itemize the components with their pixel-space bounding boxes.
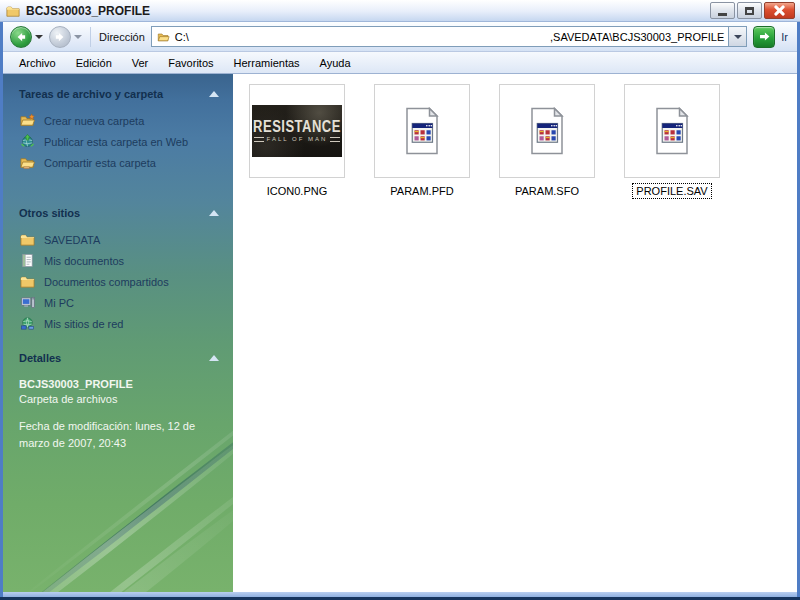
my-computer-icon (19, 295, 36, 310)
sidebar-item-my-documents[interactable]: Mis documentos (3, 250, 233, 271)
task-pane-sidebar: Tareas de archivo y carpeta Crear nueva … (3, 74, 233, 592)
sidebar-item-label: Documentos compartidos (44, 276, 169, 288)
sidebar-item-label: Crear nueva carpeta (44, 115, 144, 127)
close-icon (774, 5, 785, 16)
forward-arrow-icon (54, 31, 66, 43)
file-thumbnail[interactable]: RESISTANCE FALL OF MAN (249, 84, 345, 178)
network-places-icon (19, 316, 36, 331)
window-body: Tareas de archivo y carpeta Crear nueva … (3, 74, 797, 592)
my-documents-icon (19, 253, 36, 268)
details-folder-name: BCJS30003_PROFILE (19, 378, 233, 390)
generic-file-icon (648, 107, 696, 155)
file-thumbnail[interactable] (374, 84, 470, 178)
details-modified-date: Fecha de modificación: lunes, 12 de marz… (19, 418, 205, 452)
menu-bar: Archivo Edición Ver Favoritos Herramient… (3, 52, 797, 74)
menu-edicion[interactable]: Edición (66, 54, 122, 72)
window-folder-icon (5, 4, 21, 18)
new-folder-icon (19, 113, 36, 128)
sidebar-item-my-pc[interactable]: Mi PC (3, 292, 233, 313)
file-item-param-pfd[interactable]: PARAM.PFD (374, 84, 470, 198)
file-name-label[interactable]: PARAM.SFO (512, 184, 582, 198)
panel-header-details[interactable]: Detalles (3, 350, 233, 366)
sidebar-item-label: Compartir esta carpeta (44, 157, 156, 169)
resistance-thumbnail-image: RESISTANCE FALL OF MAN (252, 105, 342, 157)
sidebar-decoration (3, 483, 233, 592)
sidebar-item-network-places[interactable]: Mis sitios de red (3, 313, 233, 334)
panel-title: Tareas de archivo y carpeta (19, 88, 163, 100)
close-button[interactable] (764, 2, 795, 19)
chevron-up-icon[interactable] (209, 210, 219, 216)
file-grid: RESISTANCE FALL OF MAN ICON0.PNG PARAM.P… (249, 84, 797, 198)
panel-title: Otros sitios (19, 207, 80, 219)
go-button-label[interactable]: Ir (781, 31, 788, 43)
panel-items-file-tasks: Crear nueva carpeta Publicar esta carpet… (3, 110, 233, 173)
navigation-toolbar: Dirección C:\ ,SAVEDATA\BCJS30003_PROFIL… (3, 22, 797, 52)
menu-ayuda[interactable]: Ayuda (310, 54, 361, 72)
panel-title: Detalles (19, 352, 61, 364)
file-item-icon0-png[interactable]: RESISTANCE FALL OF MAN ICON0.PNG (249, 84, 345, 198)
panel-items-other-places: SAVEDATA Mis documentos Documentos compa… (3, 229, 233, 334)
sidebar-decoration (3, 447, 233, 592)
folder-icon (19, 232, 36, 247)
toolbar-separator (90, 27, 91, 47)
back-dropdown-icon[interactable] (35, 35, 43, 39)
sidebar-item-label: SAVEDATA (44, 234, 100, 246)
sidebar-item-share-folder[interactable]: Compartir esta carpeta (3, 152, 233, 173)
shared-documents-icon (19, 274, 36, 289)
panel-header-other-places[interactable]: Otros sitios (3, 205, 233, 221)
forward-dropdown-icon[interactable] (74, 35, 82, 39)
details-folder-type: Carpeta de archivos (19, 393, 233, 405)
file-thumbnail[interactable] (624, 84, 720, 178)
file-thumbnail[interactable] (499, 84, 595, 178)
sidebar-item-shared-documents[interactable]: Documentos compartidos (3, 271, 233, 292)
go-button[interactable] (753, 26, 775, 48)
address-path-left: C:\ (175, 31, 189, 43)
file-list-area: RESISTANCE FALL OF MAN ICON0.PNG PARAM.P… (233, 74, 797, 592)
file-name-label[interactable]: PARAM.PFD (387, 184, 456, 198)
back-button[interactable] (10, 26, 32, 48)
title-bar: BCJS30003_PROFILE (0, 0, 800, 22)
details-panel: BCJS30003_PROFILE Carpeta de archivos Fe… (3, 378, 233, 452)
chevron-up-icon[interactable] (209, 91, 219, 97)
file-name-label[interactable]: PROFILE.SAV (633, 184, 710, 198)
address-dropdown-button[interactable] (729, 26, 747, 47)
share-folder-icon (19, 155, 36, 170)
open-folder-icon (156, 31, 171, 43)
file-name-label[interactable]: ICON0.PNG (264, 184, 331, 198)
menu-ver[interactable]: Ver (122, 54, 159, 72)
address-path-right: ,SAVEDATA\BCJS30003_PROFILE (550, 31, 724, 43)
sidebar-item-label: Mis documentos (44, 255, 124, 267)
chevron-down-icon (734, 35, 742, 39)
file-item-profile-sav[interactable]: PROFILE.SAV (624, 84, 720, 198)
forward-button[interactable] (49, 26, 71, 48)
sidebar-item-create-folder[interactable]: Crear nueva carpeta (3, 110, 233, 131)
sidebar-item-label: Mi PC (44, 297, 74, 309)
generic-file-icon (523, 107, 571, 155)
minimize-button[interactable] (710, 2, 735, 19)
window-title: BCJS30003_PROFILE (26, 4, 710, 18)
file-item-param-sfo[interactable]: PARAM.SFO (499, 84, 595, 198)
go-arrow-icon (758, 30, 771, 43)
panel-header-file-tasks[interactable]: Tareas de archivo y carpeta (3, 86, 233, 102)
maximize-button[interactable] (737, 2, 762, 19)
sidebar-item-label: Publicar esta carpeta en Web (44, 136, 188, 148)
back-arrow-icon (15, 31, 27, 43)
minimize-icon (718, 13, 727, 16)
address-bar[interactable]: C:\ ,SAVEDATA\BCJS30003_PROFILE (151, 26, 729, 47)
generic-file-icon (398, 107, 446, 155)
thumbnail-subtitle-text: FALL OF MAN (254, 136, 341, 142)
sidebar-item-publish-web[interactable]: Publicar esta carpeta en Web (3, 131, 233, 152)
publish-web-icon (19, 134, 36, 149)
menu-archivo[interactable]: Archivo (9, 54, 66, 72)
sidebar-item-label: Mis sitios de red (44, 318, 123, 330)
sidebar-item-savedata[interactable]: SAVEDATA (3, 229, 233, 250)
maximize-icon (745, 7, 754, 15)
address-label: Dirección (99, 31, 145, 43)
thumbnail-title-text: RESISTANCE (253, 119, 341, 135)
menu-herramientas[interactable]: Herramientas (224, 54, 310, 72)
chevron-up-icon[interactable] (209, 355, 219, 361)
menu-favoritos[interactable]: Favoritos (158, 54, 223, 72)
